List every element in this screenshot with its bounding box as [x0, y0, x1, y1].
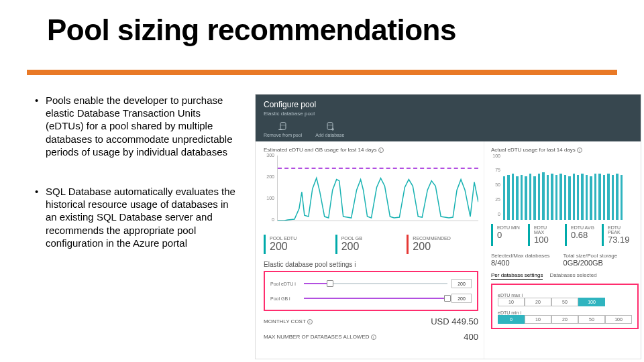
edtu-max-opt[interactable]: 10: [498, 298, 525, 306]
pool-edtu-slider[interactable]: Pool eDTU i 200: [270, 276, 472, 291]
monthly-cost-value: USD 449.50: [431, 316, 478, 326]
info-icon[interactable]: i: [307, 319, 313, 324]
ytick: 200: [264, 174, 274, 179]
per-db-tabs: Per database settings Databases selected: [491, 272, 639, 280]
edtu-min-opt[interactable]: 100: [605, 315, 632, 324]
bar: [529, 174, 531, 220]
edtu-max-opt[interactable]: 100: [578, 298, 605, 306]
edtu-line-chart: 300 200 100 0: [264, 156, 478, 229]
highlighted-perdb-box: eDTU maxi 10 20 50 100 eDTU mini 0 10: [491, 284, 639, 329]
info-icon[interactable]: i: [354, 261, 356, 268]
add-label: Add database: [315, 133, 344, 137]
bullet-item: SQL Database automatically evaluates the…: [35, 185, 236, 249]
blade-title: Configure pool: [264, 100, 633, 109]
database-remove-icon: [278, 121, 288, 131]
edtu-min-opt[interactable]: 50: [578, 315, 605, 324]
edtu-bar-chart: 100 75 50 25 0: [491, 156, 625, 220]
tab-per-database-settings[interactable]: Per database settings: [491, 272, 543, 280]
bar: [542, 172, 544, 220]
remove-from-pool-button[interactable]: Remove from pool: [264, 121, 302, 137]
svg-rect-3: [327, 123, 333, 130]
info-icon[interactable]: i: [577, 147, 582, 153]
bar: [547, 175, 549, 220]
bar: [590, 176, 592, 220]
blade-subtitle: Elastic database pool: [264, 111, 633, 117]
ytick: 300: [264, 153, 274, 158]
selected-databases: Selected/Max databases 8/400: [491, 253, 550, 267]
bar: [616, 174, 618, 220]
edtu-min-opt[interactable]: 10: [525, 315, 551, 324]
info-icon[interactable]: i: [521, 293, 523, 298]
edtu-max-opt[interactable]: 50: [551, 298, 578, 306]
edtu-max-label: eDTU max: [498, 293, 520, 298]
pool-gb-value[interactable]: 200: [451, 294, 472, 303]
tab-databases-selected[interactable]: Databases selected: [549, 272, 596, 280]
ytick: 0: [264, 217, 274, 222]
remove-label: Remove from pool: [264, 133, 302, 137]
bar: [621, 175, 623, 220]
bar: [503, 176, 505, 220]
max-db-value: 400: [464, 332, 478, 342]
edtu-max-opt[interactable]: 20: [525, 298, 551, 306]
bar: [507, 175, 509, 220]
usage-series: [278, 156, 478, 221]
metric-pool-gb: POOL GB 200: [335, 235, 402, 254]
bar: [559, 174, 561, 220]
info-icon[interactable]: i: [371, 335, 376, 340]
bar: [533, 176, 535, 220]
slide: Pool sizing recommendations Pools enable…: [0, 0, 644, 362]
pool-gb-slider[interactable]: Pool GB i 200: [270, 291, 472, 306]
ytick: 25: [491, 197, 500, 202]
monthly-cost-label: MONTHLY COST: [264, 318, 306, 324]
slide-title: Pool sizing recommendations: [47, 13, 456, 47]
max-db-label: MAX NUMBER OF DATABASES ALLOWED: [264, 334, 370, 340]
accent-bar: [27, 70, 617, 75]
svg-rect-0: [280, 123, 286, 130]
edtu-min-opt[interactable]: 0: [498, 315, 525, 324]
bar: [581, 174, 583, 220]
ytick: 0: [491, 212, 500, 217]
pool-settings-header: Elastic database pool settingsi: [264, 261, 478, 268]
metric-recommended: RECOMMENDED 200: [407, 235, 473, 254]
bar: [586, 175, 588, 220]
ytick: 50: [491, 182, 500, 187]
info-icon[interactable]: i: [294, 282, 296, 286]
bar: [512, 174, 514, 220]
right-metric-row: EDTU MIN0 EDTU MAX100 EDTU AVG0.68 EDTU …: [491, 224, 639, 246]
edtu-max-selector[interactable]: 10 20 50 100: [498, 298, 632, 306]
add-database-button[interactable]: Add database: [315, 121, 344, 137]
bar: [551, 174, 553, 220]
right-column: Actual eDTU usage for last 14 daysi 100 …: [484, 141, 644, 359]
bar: [594, 174, 596, 220]
bar: [612, 175, 614, 220]
info-icon[interactable]: i: [378, 147, 384, 153]
bar: [607, 174, 609, 220]
edtu-min-selector[interactable]: 0 10 20 50 100: [498, 315, 632, 324]
bar: [555, 175, 557, 220]
edtu-min-label: eDTU min: [498, 310, 519, 315]
bar: [564, 175, 566, 220]
database-add-icon: [325, 121, 335, 131]
info-icon[interactable]: i: [289, 296, 290, 301]
bar: [516, 176, 518, 220]
bar: [603, 175, 605, 220]
pool-storage: Total size/Pool storage 0GB/200GB: [564, 253, 618, 267]
bar: [573, 174, 575, 220]
bar: [525, 176, 527, 220]
info-icon[interactable]: i: [521, 310, 522, 315]
ytick: 100: [491, 154, 500, 158]
ytick: 100: [264, 196, 274, 200]
bar: [577, 175, 579, 220]
metric-edtu-peak: EDTU PEAK73.19: [602, 224, 635, 246]
blade-header: Configure pool Elastic database pool Rem…: [256, 95, 641, 141]
bar: [538, 174, 540, 220]
bullet-item: Pools enable the developer to purchase e…: [35, 94, 236, 158]
bullet-list: Pools enable the developer to purchase e…: [35, 94, 236, 276]
ytick: 75: [491, 168, 500, 172]
bar: [568, 176, 570, 220]
metric-edtu-avg: EDTU AVG0.68: [565, 224, 598, 246]
metric-row: POOL EDTU 200 POOL GB 200 RECOMMENDED 20…: [264, 235, 478, 254]
edtu-min-opt[interactable]: 20: [551, 315, 578, 324]
pool-edtu-value[interactable]: 200: [451, 279, 472, 288]
highlighted-sliders-box: Pool eDTU i 200 Pool GB i 200: [264, 271, 478, 311]
